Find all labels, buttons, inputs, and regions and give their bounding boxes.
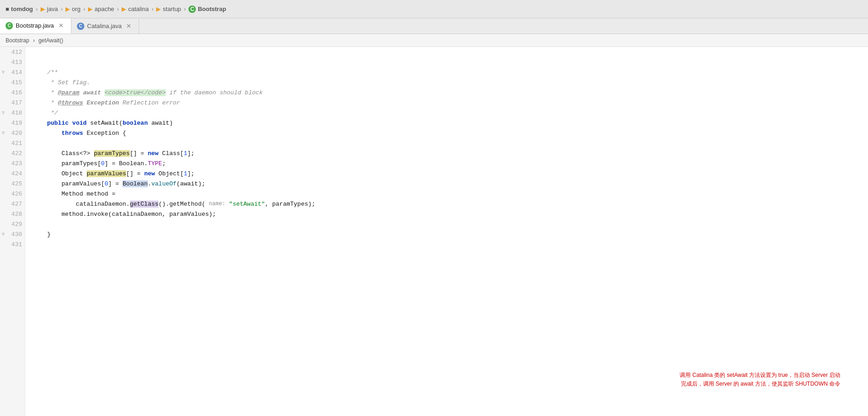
- bootstrap-tab-label: Bootstrap.java: [16, 22, 54, 29]
- startup-folder-icon: ▶: [156, 6, 161, 12]
- line-424: 424: [0, 168, 25, 179]
- token-428-indent: method.invoke(catalinaDaemon, paramValue…: [33, 211, 216, 218]
- apache-label: apache: [94, 6, 114, 12]
- token-419-s1: [69, 120, 72, 127]
- sep6: ›: [184, 6, 186, 12]
- code-line-413: [25, 57, 868, 67]
- token-424-obj: Object[: [155, 170, 183, 177]
- line-416: 416: [0, 87, 25, 98]
- root-label: tomdog: [11, 6, 33, 12]
- token-424-arr: [] =: [126, 170, 144, 177]
- token-425-eq: ] =: [108, 180, 123, 187]
- secondary-sep: ›: [33, 37, 35, 44]
- fold-icon-430[interactable]: ▽: [2, 231, 5, 237]
- fold-icon-418[interactable]: ▽: [2, 110, 5, 116]
- token-423-rest: ] = Boolean.: [105, 160, 148, 167]
- line-425: 425: [0, 179, 25, 189]
- bootstrap-tab-close[interactable]: ✕: [57, 21, 65, 30]
- sep5: ›: [152, 6, 153, 12]
- token-415-1: * Set flag.: [33, 79, 90, 86]
- token-422-new: new: [148, 150, 158, 157]
- code-line-428: method.invoke(catalinaDaemon, paramValue…: [25, 209, 868, 219]
- editor: 412 413 ▽ 414 415 416 417 ▽ 418 419 ▽ 42…: [0, 47, 868, 416]
- token-425-valueof: valueOf: [151, 180, 176, 187]
- line-417: 417: [0, 98, 25, 108]
- code-line-421: [25, 138, 868, 148]
- token-427-string: "setAwait": [229, 201, 265, 208]
- code-line-420: throws Exception {: [25, 128, 868, 138]
- token-420-rest: Exception {: [83, 130, 126, 137]
- code-line-429: [25, 219, 868, 229]
- breadcrumb-bootstrap: C Bootstrap: [188, 6, 226, 13]
- code-line-430: }: [25, 229, 868, 239]
- token-419-void: void: [72, 120, 87, 127]
- sep1: ›: [36, 6, 38, 12]
- java-label: java: [47, 6, 58, 12]
- line-429: 429: [0, 219, 25, 229]
- fold-icon-414[interactable]: ▽: [2, 69, 5, 75]
- org-folder-icon: ▶: [65, 6, 70, 12]
- token-424-new: new: [144, 170, 155, 177]
- token-423-0: 0: [101, 160, 105, 167]
- tab-catalina[interactable]: C Catalina.java ✕: [71, 18, 139, 34]
- line-430: ▽ 430: [0, 229, 25, 239]
- chinese-comment: 调用 Catalina 类的 setAwait 方法设置为 true，当启动 S…: [680, 371, 840, 388]
- code-line-431: [25, 239, 868, 249]
- line-428: 428: [0, 209, 25, 219]
- token-414-1: /**: [33, 69, 58, 76]
- token-424-indent: Object: [33, 170, 87, 177]
- catalina-tab-label: Catalina.java: [87, 23, 122, 29]
- token-425-0: 0: [105, 180, 108, 187]
- code-line-425: paramValues[0] = Boolean.valueOf(await);: [25, 179, 868, 189]
- token-422-end: ];: [187, 150, 194, 157]
- catalina-tab-icon: C: [77, 23, 84, 30]
- token-417-2: Exception Reflection error: [83, 99, 180, 106]
- code-line-418: */: [25, 108, 868, 118]
- token-424-end: ];: [188, 170, 195, 177]
- breadcrumb-apache: ▶ apache: [88, 6, 114, 12]
- line-422: 422: [0, 148, 25, 158]
- token-425-indent: paramValues[: [33, 180, 105, 187]
- line-421: 421: [0, 138, 25, 148]
- line-420: ▽ 420: [0, 128, 25, 138]
- code-line-423: paramTypes[0] = Boolean.TYPE;: [25, 158, 868, 168]
- sep4: ›: [117, 6, 119, 12]
- token-419-boolean: boolean: [123, 120, 148, 127]
- secondary-method: getAwait(): [38, 37, 63, 44]
- breadcrumb-java: ▶ java: [41, 6, 58, 12]
- token-425-boolean: Boolean: [123, 180, 148, 187]
- token-416-param: @param: [58, 89, 80, 96]
- token-423-semi: ;: [162, 160, 166, 167]
- code-line-415: * Set flag.: [25, 77, 868, 87]
- line-415: 415: [0, 77, 25, 87]
- root-icon: ■: [6, 6, 9, 12]
- chinese-comment-text: 调用 Catalina 类的 setAwait 方法设置为 true，当启动 S…: [680, 372, 840, 387]
- catalina-folder-icon: ▶: [122, 6, 126, 12]
- token-416-code: <code>true</code>: [105, 89, 166, 96]
- token-422-class: Class[: [158, 150, 184, 157]
- token-418-1: */: [33, 110, 58, 116]
- catalina-tab-close[interactable]: ✕: [124, 22, 133, 30]
- token-424-paramvalues: paramValues: [87, 170, 126, 177]
- catalina-label: catalina: [128, 6, 149, 12]
- line-427: 427: [0, 199, 25, 209]
- token-427-indent: catalinaDaemon.: [33, 201, 130, 208]
- title-bar: ■ tomdog › ▶ java › ▶ org › ▶ apache › ▶…: [0, 0, 868, 18]
- line-414: ▽ 414: [0, 67, 25, 77]
- token-425-end: (await);: [176, 180, 205, 187]
- breadcrumb-catalina: ▶ catalina: [122, 6, 149, 12]
- line-numbers: 412 413 ▽ 414 415 416 417 ▽ 418 419 ▽ 42…: [0, 47, 25, 416]
- token-422-paramtypes: paramTypes: [94, 150, 130, 157]
- org-label: org: [72, 6, 81, 12]
- token-416-3: if the daemon should block: [166, 89, 263, 96]
- token-417-1: *: [33, 99, 58, 106]
- tabs-bar: C Bootstrap.java ✕ C Catalina.java ✕: [0, 18, 868, 34]
- tab-bootstrap[interactable]: C Bootstrap.java ✕: [0, 18, 71, 34]
- token-419-method: setAwait(: [87, 120, 123, 127]
- code-line-422: Class<?> paramTypes[] = new Class[1];: [25, 148, 868, 158]
- code-area[interactable]: /** * Set flag. * @param await <code>tru…: [25, 47, 868, 416]
- code-line-412: [25, 47, 868, 57]
- token-424-1: 1: [184, 170, 188, 177]
- fold-icon-420[interactable]: ▽: [2, 130, 5, 136]
- bootstrap-class-icon: C: [188, 6, 196, 13]
